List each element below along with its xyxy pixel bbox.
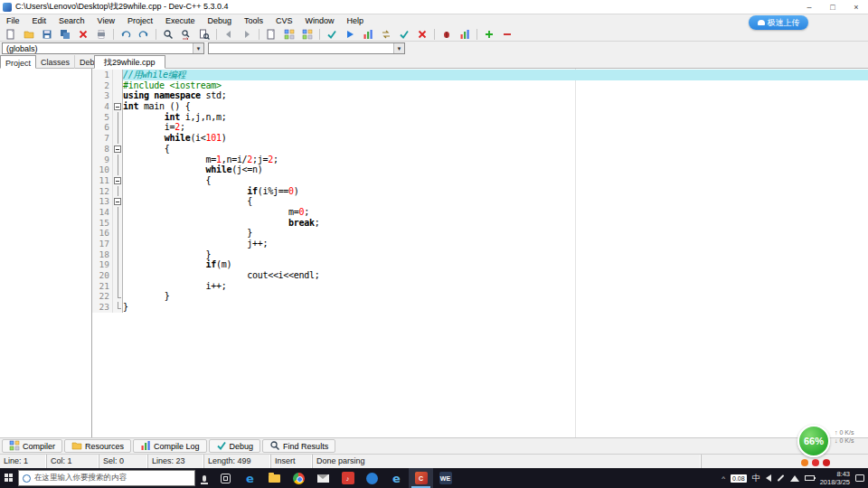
sidebar-tab-classes[interactable]: Classes: [36, 55, 75, 69]
notification-center-icon[interactable]: [855, 474, 864, 482]
save-all-button[interactable]: [56, 27, 74, 41]
editor-tab-file[interactable]: 找29while.cpp: [94, 55, 165, 69]
code-line[interactable]: break;: [123, 218, 868, 229]
new-unit-button[interactable]: [262, 27, 280, 41]
bottom-tab-find-results[interactable]: Find Results: [262, 439, 335, 453]
code-line[interactable]: using namespace std;: [123, 90, 868, 101]
toggle-bookmark-button[interactable]: [298, 27, 316, 41]
chevron-down-icon[interactable]: ▼: [393, 43, 404, 53]
insert-snippet-button[interactable]: [280, 27, 298, 41]
taskbar-app-wegame[interactable]: WE: [433, 468, 458, 488]
undo-button[interactable]: [117, 27, 135, 41]
hidden-icons-chevron[interactable]: ^: [722, 474, 725, 483]
bottom-tab-compiler[interactable]: Compiler: [2, 439, 62, 453]
profile-button[interactable]: [456, 27, 474, 41]
redo-button[interactable]: [135, 27, 153, 41]
pen-icon[interactable]: [777, 474, 784, 482]
code-line[interactable]: }: [123, 249, 868, 260]
menu-view[interactable]: View: [91, 14, 121, 27]
close-button[interactable]: ×: [844, 0, 868, 14]
taskbar-search-box[interactable]: 在这里输入你要搜索的内容: [18, 470, 195, 486]
taskbar-app-task-view[interactable]: [213, 468, 238, 488]
menu-file[interactable]: File: [0, 14, 26, 27]
menu-debug[interactable]: Debug: [201, 14, 238, 27]
run-button[interactable]: [341, 27, 359, 41]
code-line[interactable]: while(j<=n): [123, 164, 868, 175]
code-line[interactable]: i++;: [123, 281, 868, 292]
taskbar-app-netease-music[interactable]: ♪: [335, 468, 360, 488]
member-combo[interactable]: ▼: [208, 42, 405, 54]
goto-forward-button[interactable]: [238, 27, 256, 41]
microphone-icon[interactable]: [203, 475, 206, 482]
print-button[interactable]: [92, 27, 110, 41]
compile-and-run-button[interactable]: [359, 27, 377, 41]
fold-collapse-icon[interactable]: [114, 103, 121, 110]
menu-edit[interactable]: Edit: [26, 14, 53, 27]
ime-indicator[interactable]: 中: [752, 473, 760, 484]
bottom-tab-debug[interactable]: Debug: [209, 439, 261, 453]
taskbar-app-mail[interactable]: [311, 468, 335, 488]
network-icon[interactable]: [790, 475, 799, 482]
syntax-check-button[interactable]: [395, 27, 413, 41]
code-line[interactable]: }: [123, 228, 868, 239]
speedup-icon[interactable]: [801, 459, 808, 466]
code-line[interactable]: m=1,n=i/2;j=2;: [123, 155, 868, 165]
code-line[interactable]: #include <iostream>: [123, 80, 868, 91]
code-line[interactable]: {: [123, 144, 868, 155]
taskbar-app-chrome[interactable]: [287, 468, 311, 488]
close-file-button[interactable]: [74, 27, 92, 41]
fold-collapse-icon[interactable]: [114, 198, 121, 205]
taskbar-clock[interactable]: 8:43 2018/3/25: [820, 470, 850, 486]
menu-execute[interactable]: Execute: [159, 14, 202, 27]
bottom-tab-resources[interactable]: Resources: [64, 439, 131, 453]
settings-gear-icon[interactable]: [823, 459, 830, 466]
code-line[interactable]: int main () {: [123, 101, 868, 112]
code-line[interactable]: while(i<101): [123, 133, 868, 144]
chevron-down-icon[interactable]: ▼: [193, 43, 203, 53]
code-line[interactable]: if(m): [123, 259, 868, 270]
code-line[interactable]: if(i%j==0): [123, 186, 868, 197]
fold-collapse-icon[interactable]: [114, 177, 121, 184]
taskbar-app-qq[interactable]: [360, 468, 384, 488]
volume-icon[interactable]: [766, 474, 771, 482]
menu-window[interactable]: Window: [299, 14, 341, 27]
taskbar-app-dev-cpp[interactable]: C: [409, 468, 433, 488]
start-button[interactable]: [0, 468, 18, 488]
code-line[interactable]: //用while编程: [123, 70, 868, 80]
add-to-project-button[interactable]: [480, 27, 498, 41]
save-button[interactable]: [38, 27, 56, 41]
open-file-button[interactable]: [20, 27, 38, 41]
code-line[interactable]: int i,j,n,m;: [123, 112, 868, 123]
rebuild-button[interactable]: [377, 27, 395, 41]
taskbar-app-edge[interactable]: e: [238, 468, 262, 488]
virus-scan-icon[interactable]: [812, 459, 819, 466]
project-panel[interactable]: [0, 69, 92, 437]
maximize-button[interactable]: □: [821, 0, 844, 14]
code-line[interactable]: }: [123, 302, 868, 313]
cpu-meter-badge[interactable]: 0.08: [731, 474, 747, 483]
menu-cvs[interactable]: CVS: [269, 14, 299, 27]
code-line[interactable]: {: [123, 196, 868, 207]
security-ball[interactable]: 66%: [797, 425, 830, 457]
sidebar-tab-project[interactable]: Project: [0, 55, 36, 69]
find-in-files-button[interactable]: [195, 27, 213, 41]
code-line[interactable]: {: [123, 175, 868, 186]
battery-icon[interactable]: [805, 475, 815, 481]
compile-button[interactable]: [323, 27, 341, 41]
menu-help[interactable]: Help: [341, 14, 371, 27]
code-line[interactable]: cout<<i<<endl;: [123, 270, 868, 281]
bottom-tab-compile-log[interactable]: Compile Log: [133, 439, 207, 453]
find-button[interactable]: [159, 27, 177, 41]
debug-button[interactable]: [438, 27, 456, 41]
remove-from-project-button[interactable]: [498, 27, 516, 41]
code-line[interactable]: i=2;: [123, 122, 868, 133]
code-editor[interactable]: 1234567891011121314151617181920212223 //…: [92, 69, 868, 437]
code-line[interactable]: m=0;: [123, 207, 868, 218]
taskbar-app-file-explorer[interactable]: [262, 468, 287, 488]
minimize-button[interactable]: –: [797, 0, 821, 14]
menu-search[interactable]: Search: [52, 14, 91, 27]
goto-back-button[interactable]: [220, 27, 238, 41]
replace-button[interactable]: [177, 27, 195, 41]
taskbar-app-ie[interactable]: e: [384, 468, 409, 488]
code-line[interactable]: j++;: [123, 239, 868, 249]
